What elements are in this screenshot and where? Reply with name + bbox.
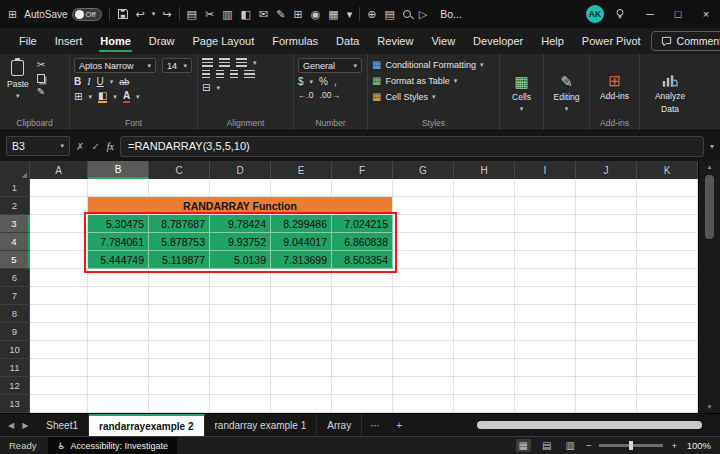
ribbon-tab-insert[interactable]: Insert [46,30,92,52]
cell-D1[interactable] [210,179,271,197]
font-color-dropdown-icon[interactable]: ▾ [136,93,140,101]
cell-I11[interactable] [515,359,576,377]
orientation-dropdown-icon[interactable]: ▾ [253,59,257,67]
cell-B12[interactable] [88,377,149,395]
cell-G3[interactable] [393,215,454,233]
cell-I5[interactable] [515,251,576,269]
currency-button[interactable]: $ [298,76,304,87]
cell-G1[interactable] [393,179,454,197]
cell-A13[interactable] [30,395,88,413]
cell-A1[interactable] [30,179,88,197]
cell-D13[interactable] [210,395,271,413]
cell-H8[interactable] [454,305,515,323]
cell-G4[interactable] [393,233,454,251]
column-header-A[interactable]: A [30,161,88,179]
cell-G11[interactable] [393,359,454,377]
bold-button[interactable]: B [74,76,81,87]
chart-icon[interactable]: ▥ [222,9,232,20]
cell-F5[interactable]: 8.503354 [332,251,393,269]
cell-K1[interactable] [637,179,698,197]
cells-button[interactable]: ▦ Cells ▾ [504,58,539,129]
cell-A7[interactable] [30,287,88,305]
pencil-icon[interactable]: ✎ [276,9,285,20]
column-header-I[interactable]: I [515,161,576,179]
eye-icon[interactable]: ◉ [311,9,321,20]
normal-view-button[interactable]: ▦ [516,439,531,452]
cell-J2[interactable] [576,197,637,215]
cell-G6[interactable] [393,269,454,287]
sheet-tab-randarray-example-1[interactable]: randarray example 1 [205,414,318,436]
cell-F7[interactable] [332,287,393,305]
more-sheets-icon[interactable]: ⋯ [362,414,388,436]
cell-K9[interactable] [637,323,698,341]
search-icon[interactable] [403,10,411,18]
cell-K11[interactable] [637,359,698,377]
cell-J5[interactable] [576,251,637,269]
enter-icon[interactable]: ✓ [91,141,99,152]
cell-B10[interactable] [88,341,149,359]
cell-D12[interactable] [210,377,271,395]
cell-K13[interactable] [637,395,698,413]
cell-F8[interactable] [332,305,393,323]
cell-C6[interactable] [149,269,210,287]
row-header-11[interactable]: 11 [0,359,30,377]
cell-C5[interactable]: 5.119877 [149,251,210,269]
clipboard-icon[interactable]: ▤ [187,9,197,20]
column-header-J[interactable]: J [576,161,637,179]
cell-E11[interactable] [271,359,332,377]
cell-B4[interactable]: 7.784061 [88,233,149,251]
sheet-next-icon[interactable]: ▶ [22,421,28,430]
align-left-button[interactable] [202,70,210,79]
cell-B9[interactable] [88,323,149,341]
font-size-select[interactable]: 14 ▾ [162,58,192,73]
lightbulb-icon[interactable] [614,8,626,20]
cell-C4[interactable]: 5.878753 [149,233,210,251]
ribbon-tab-review[interactable]: Review [368,30,422,52]
cell-F9[interactable] [332,323,393,341]
ribbon-tab-home[interactable]: Home [91,30,140,52]
column-header-G[interactable]: G [393,161,454,179]
cell-D8[interactable] [210,305,271,323]
cell-I9[interactable] [515,323,576,341]
cell-I7[interactable] [515,287,576,305]
cell-A6[interactable] [30,269,88,287]
cell-B6[interactable] [88,269,149,287]
cell-B8[interactable] [88,305,149,323]
cell-D10[interactable] [210,341,271,359]
cell-E3[interactable]: 8.299486 [271,215,332,233]
more-icon[interactable]: ▾ [347,9,353,20]
align-top-button[interactable] [202,58,213,67]
cell-D9[interactable] [210,323,271,341]
zoom-out-button[interactable]: − [586,440,592,451]
cell-A11[interactable] [30,359,88,377]
cell-K4[interactable] [637,233,698,251]
cell-K8[interactable] [637,305,698,323]
select-all-corner[interactable]: ◢ [0,161,30,179]
cell-B3[interactable]: 5.30475 [88,215,149,233]
undo-dropdown-icon[interactable]: ▾ [152,10,156,18]
cell-E1[interactable] [271,179,332,197]
minimize-button[interactable]: ─ [636,0,664,28]
cell-D3[interactable]: 9.78424 [210,215,271,233]
cell-E9[interactable] [271,323,332,341]
zoom-in-button[interactable]: + [671,440,677,451]
percent-button[interactable]: % [319,76,328,87]
cell-H12[interactable] [454,377,515,395]
fill-color-button[interactable]: ◧ [98,90,107,103]
cell-K6[interactable] [637,269,698,287]
font-name-select[interactable]: Aptos Narrow ▾ [74,58,156,73]
cell-A5[interactable] [30,251,88,269]
new-file-icon[interactable]: ⊕ [367,9,376,20]
cell-E5[interactable]: 7.313699 [271,251,332,269]
cell-E4[interactable]: 9.044017 [271,233,332,251]
italic-button[interactable]: I [87,76,90,87]
align-right-button[interactable] [230,70,238,79]
format-painter-icon[interactable]: ✎ [37,87,45,97]
currency-dropdown-icon[interactable]: ▾ [310,78,314,86]
align-center-button[interactable] [216,70,224,79]
cell-H11[interactable] [454,359,515,377]
cell-A3[interactable] [30,215,88,233]
cell-F3[interactable]: 7.024215 [332,215,393,233]
cell-F11[interactable] [332,359,393,377]
cell-I12[interactable] [515,377,576,395]
